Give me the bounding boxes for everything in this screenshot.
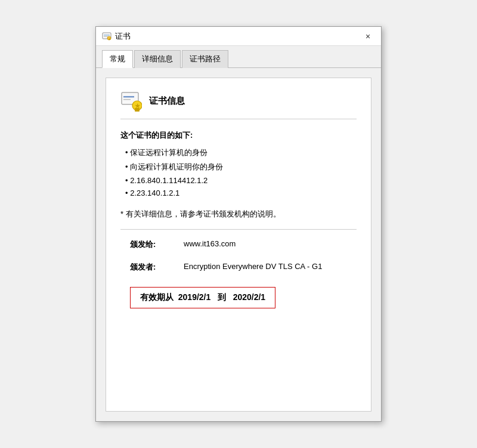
issued-to-value: www.it163.com bbox=[184, 239, 236, 248]
issued-by-label: 颁发者: bbox=[130, 262, 172, 273]
cert-title-icon: ★ bbox=[102, 32, 111, 41]
cert-panel: ★ 证书信息 这个证书的目的如下: 保证远程计算机的身份 向远程计算机证明你的身… bbox=[106, 78, 371, 412]
issued-to-label: 颁发给: bbox=[130, 239, 172, 250]
svg-text:★: ★ bbox=[109, 37, 111, 40]
svg-rect-10 bbox=[135, 108, 140, 112]
title-bar-left: ★ 证书 bbox=[102, 31, 131, 42]
issued-by-value: Encryption Everywhere DV TLS CA - G1 bbox=[184, 262, 322, 271]
content-area: ★ 证书信息 这个证书的目的如下: 保证远程计算机的身份 向远程计算机证明你的身… bbox=[96, 68, 381, 421]
tab-cert-path[interactable]: 证书路径 bbox=[182, 50, 228, 68]
validity-text: 有效期从 2019/2/1 到 2020/2/1 bbox=[140, 292, 265, 303]
svg-rect-1 bbox=[104, 35, 110, 36]
purpose-list: 保证远程计算机的身份 向远程计算机证明你的身份 2.16.840.1.11441… bbox=[125, 146, 357, 199]
issued-by-row: 颁发者: Encryption Everywhere DV TLS CA - G… bbox=[120, 262, 357, 273]
divider-1 bbox=[120, 229, 357, 230]
list-item: 保证远程计算机的身份 bbox=[125, 146, 357, 160]
tab-details[interactable]: 详细信息 bbox=[134, 50, 181, 68]
issued-to-row: 颁发给: www.it163.com bbox=[120, 239, 357, 250]
list-item: 2.23.140.1.2.1 bbox=[125, 187, 357, 199]
validity-box: 有效期从 2019/2/1 到 2020/2/1 bbox=[130, 287, 275, 308]
svg-rect-2 bbox=[104, 36, 108, 37]
svg-rect-6 bbox=[123, 96, 134, 98]
tab-general[interactable]: 常规 bbox=[102, 50, 133, 68]
title-bar: ★ 证书 × bbox=[96, 27, 381, 46]
svg-rect-7 bbox=[123, 99, 131, 100]
certificate-icon: ★ bbox=[120, 90, 142, 112]
list-item: 2.16.840.1.114412.1.2 bbox=[125, 174, 357, 187]
list-item: 向远程计算机证明你的身份 bbox=[125, 160, 357, 174]
certificate-dialog: ★ 证书 × 常规 详细信息 证书路径 bbox=[95, 26, 382, 422]
cert-header: ★ 证书信息 bbox=[120, 90, 357, 119]
purpose-title: 这个证书的目的如下: bbox=[120, 130, 357, 141]
note-text: * 有关详细信息，请参考证书颁发机构的说明。 bbox=[120, 209, 357, 220]
close-button[interactable]: × bbox=[361, 29, 375, 44]
cert-info-title: 证书信息 bbox=[149, 95, 185, 107]
window-title: 证书 bbox=[115, 31, 131, 42]
tab-bar: 常规 详细信息 证书路径 bbox=[96, 46, 381, 68]
